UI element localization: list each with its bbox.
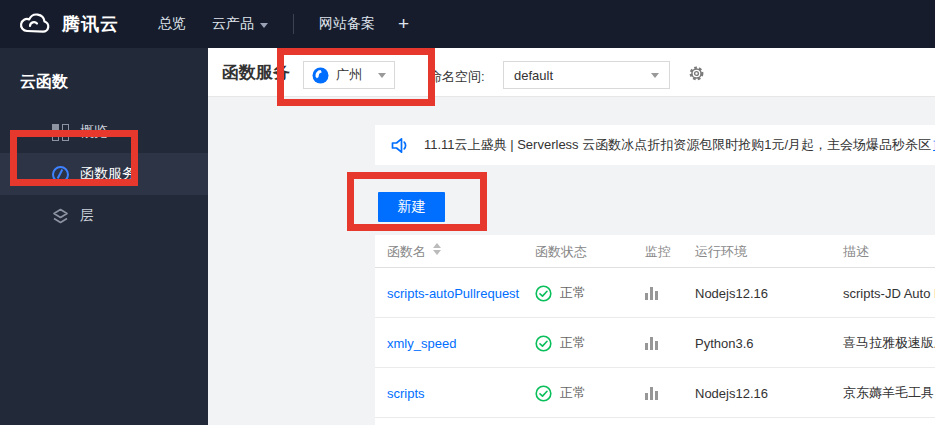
namespace-value: default [514,68,651,83]
function-name-link[interactable]: xmly_speed [387,336,456,351]
status-badge: 正常 [560,334,586,352]
create-function-button[interactable]: 新建 [378,192,445,222]
page-header: 函数服务 广州 命名空间: default [208,48,935,97]
top-navigation-bar: 腾讯云 总览 云产品 网站备案 + [0,0,935,48]
status-ok-icon [535,285,552,302]
table-row: scripts-autoPullrequest 正常 Nodejs12.16 s… [375,268,935,318]
tencent-cloud-logo-icon [18,12,52,36]
sidebar-item-layers[interactable]: 层 [0,195,208,237]
tencent-cloud-console: 腾讯云 总览 云产品 网站备案 + 云函数 概览 函数服务 [0,0,935,425]
nav-products[interactable]: 云产品 [212,15,268,33]
page-title: 函数服务 [222,61,290,84]
runtime-value: Python3.6 [695,336,754,351]
sidebar-title: 云函数 [0,48,208,93]
column-function-name[interactable]: 函数名 [387,235,441,268]
column-description: 描述 [843,235,869,268]
region-value: 广州 [336,66,378,84]
monitor-chart-icon[interactable] [645,337,658,350]
monitor-chart-icon[interactable] [645,287,658,300]
description-value: scripts-JD Auto P [843,286,935,301]
chevron-down-icon [651,73,659,78]
status-ok-icon [535,385,552,402]
sidebar-menu: 概览 函数服务 层 [0,111,208,237]
megaphone-icon [391,137,410,154]
top-nav-items: 总览 云产品 网站备案 + [145,13,409,35]
chevron-down-icon [260,23,268,28]
add-tab-button[interactable]: + [398,13,409,35]
function-service-icon [52,166,69,183]
monitor-chart-icon[interactable] [645,387,658,400]
table-row: scripts 正常 Nodejs12.16 京东薅羊毛工具 [375,368,935,418]
column-monitor: 监控 [645,235,671,268]
nav-divider [293,14,294,34]
chevron-down-icon [378,73,386,78]
runtime-value: Nodejs12.16 [695,286,768,301]
grid-icon [52,124,69,141]
description-value: 喜马拉雅极速版刷 [843,334,935,352]
content-area: 11.11云上盛典 | Serverless 云函数冰点折扣资源包限时抢购1元/… [208,97,935,425]
column-runtime: 运行环境 [695,235,747,268]
gear-icon[interactable] [688,65,705,82]
promo-notice-bar: 11.11云上盛典 | Serverless 云函数冰点折扣资源包限时抢购1元/… [375,125,935,165]
layers-icon [52,208,69,225]
sidebar: 云函数 概览 函数服务 层 [0,48,208,425]
tencent-cloud-brand[interactable]: 腾讯云 [18,12,119,36]
runtime-value: Nodejs12.16 [695,386,768,401]
sidebar-item-overview[interactable]: 概览 [0,111,208,153]
namespace-selector[interactable]: default [503,61,670,89]
table-header-row: 函数名 函数状态 监控 运行环境 描述 [375,235,935,268]
table-row: xmly_speed 正常 Python3.6 喜马拉雅极速版刷 [375,318,935,368]
status-ok-icon [535,335,552,352]
sort-icon[interactable] [433,243,441,255]
region-selector[interactable]: 广州 [303,61,395,89]
namespace-label: 命名空间: [429,68,485,86]
nav-overview[interactable]: 总览 [158,15,186,33]
brand-name: 腾讯云 [62,12,119,36]
nav-icp-tab[interactable]: 网站备案 [319,15,375,33]
notice-message: 11.11云上盛典 | Serverless 云函数冰点折扣资源包限时抢购1元/… [424,136,931,154]
functions-table: 函数名 函数状态 监控 运行环境 描述 scripts-autoPullrequ… [375,235,935,425]
function-name-link[interactable]: scripts [387,386,425,401]
description-value: 京东薅羊毛工具 [843,384,934,402]
globe-icon [312,67,329,84]
status-badge: 正常 [560,284,586,302]
function-name-link[interactable]: scripts-autoPullrequest [387,286,519,301]
status-badge: 正常 [560,384,586,402]
sidebar-item-function-service[interactable]: 函数服务 [0,153,208,195]
column-function-status: 函数状态 [535,235,587,268]
